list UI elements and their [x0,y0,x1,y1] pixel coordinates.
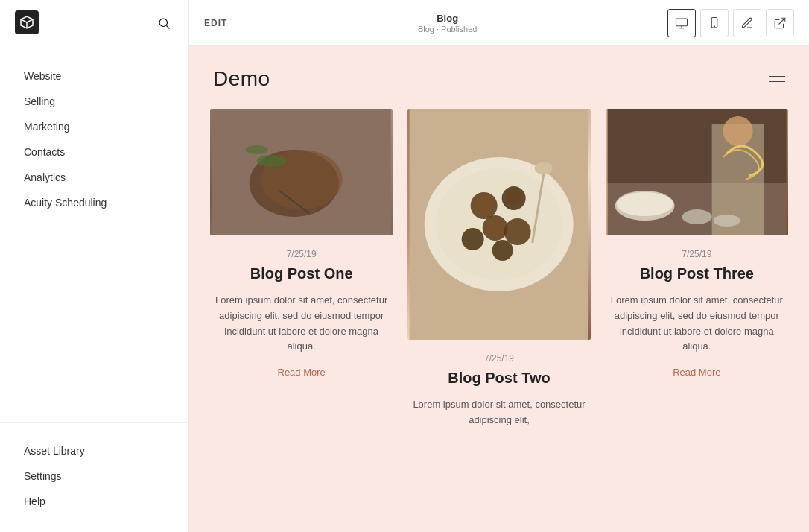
sidebar-item-selling[interactable]: Selling [0,89,188,114]
page-title: Blog [242,13,653,24]
post-2-date: 7/25/19 [484,353,514,364]
post-3-date: 7/25/19 [682,249,711,259]
post-1-read-more[interactable]: Read More [278,367,326,379]
page-subtitle: Blog · Published [242,25,653,34]
mobile-view-button[interactable] [700,9,729,37]
hamburger-menu[interactable] [769,76,785,82]
squarespace-logo [15,10,39,37]
post-2-excerpt: Lorem ipsum dolor sit amet, consectetur … [407,397,590,428]
svg-rect-3 [676,19,688,26]
preview-area: Demo [189,46,809,532]
topbar-actions [667,9,794,37]
svg-point-27 [492,240,513,261]
svg-point-1 [159,19,168,27]
svg-point-25 [462,228,484,250]
svg-point-28 [535,162,553,174]
edit-pen-icon [740,16,754,30]
post-3-title: Blog Post Three [640,265,754,282]
svg-point-35 [616,192,673,216]
post-3-excerpt: Lorem ipsum dolor sit amet, consectetur … [606,293,788,355]
edit-pen-button[interactable] [733,9,761,37]
svg-point-37 [713,215,740,227]
sidebar-item-contacts[interactable]: Contacts [0,139,188,165]
svg-line-2 [166,25,169,28]
post-3-image-svg [606,109,788,235]
post-3-image [606,109,788,235]
svg-point-33 [723,116,752,146]
external-link-button[interactable] [766,9,794,37]
post-1-title: Blog Post One [250,265,353,282]
svg-point-7 [714,25,714,26]
sidebar-bottom: Asset Library Settings Help [0,422,188,532]
sidebar-item-analytics[interactable]: Analytics [0,165,188,190]
svg-point-13 [257,155,287,167]
sidebar-nav: Website Selling Marketing Contacts Analy… [0,48,188,422]
blog-site-title: Demo [213,67,270,91]
hamburger-line-1 [769,76,785,77]
post-card-3: 7/25/19 Blog Post Three Lorem ipsum dolo… [606,109,788,440]
posts-grid: 7/25/19 Blog Post One Lorem ipsum dolor … [189,109,809,464]
post-1-excerpt: Lorem ipsum dolor sit amet, consectetur … [210,293,393,355]
topbar-center: Blog Blog · Published [242,13,653,34]
external-link-icon [773,16,787,30]
sidebar-item-website[interactable]: Website [0,63,188,89]
post-2-image [407,109,590,340]
search-button[interactable] [154,13,174,35]
desktop-icon [675,16,688,30]
search-icon [157,16,171,30]
sidebar-item-acuity-scheduling[interactable]: Acuity Scheduling [0,190,188,215]
svg-line-8 [779,18,785,24]
post-card-1: 7/25/19 Blog Post One Lorem ipsum dolor … [210,109,393,440]
post-1-date: 7/25/19 [287,249,317,259]
sidebar-item-settings[interactable]: Settings [0,463,188,489]
sidebar-item-help[interactable]: Help [0,489,188,514]
svg-point-26 [504,218,531,245]
sidebar-item-asset-library[interactable]: Asset Library [0,438,188,463]
edit-label[interactable]: EDIT [204,18,227,28]
main-content: EDIT Blog Blog · Published [189,0,809,532]
post-2-image-svg [407,109,590,340]
sidebar-header [0,0,188,48]
svg-point-22 [507,191,521,206]
topbar: EDIT Blog Blog · Published [189,0,809,46]
post-card-2: 7/25/19 Blog Post Two Lorem ipsum dolor … [407,109,590,440]
post-1-image-svg [210,109,393,235]
mobile-icon [708,16,721,30]
svg-point-36 [682,209,711,224]
svg-point-14 [246,145,268,154]
svg-point-24 [487,220,504,236]
post-3-read-more[interactable]: Read More [673,367,720,379]
post-2-title: Blog Post Two [448,370,550,387]
sidebar-item-marketing[interactable]: Marketing [0,114,188,139]
desktop-view-button[interactable] [667,9,696,37]
hamburger-line-2 [769,81,785,83]
blog-header: Demo [189,46,809,109]
svg-point-20 [475,197,493,215]
sidebar: Website Selling Marketing Contacts Analy… [0,0,189,532]
post-1-image [210,109,393,235]
